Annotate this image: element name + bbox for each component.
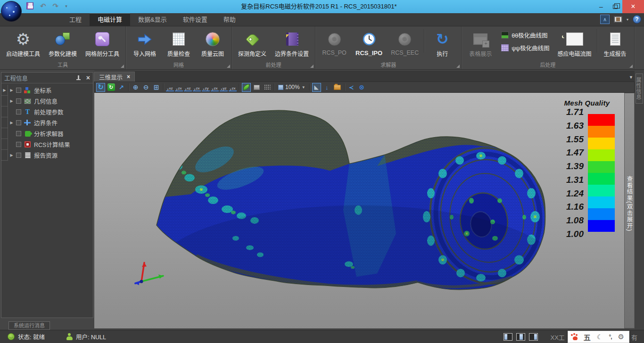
execute-button[interactable]: ↻ 执行 — [425, 27, 459, 62]
help-icon[interactable]: ? — [633, 15, 641, 24]
checkbox[interactable] — [16, 109, 21, 114]
group-expand-icon[interactable] — [456, 65, 460, 68]
expander-icon[interactable]: ▶ — [8, 153, 15, 157]
view-orientation-button[interactable]: yxz — [184, 83, 192, 91]
checkbox[interactable] — [16, 153, 21, 158]
wireframe-view-icon[interactable] — [252, 83, 261, 92]
menu-item-settings[interactable]: 软件设置 — [175, 13, 215, 26]
display-dropdown-icon[interactable]: ▾ — [627, 17, 628, 22]
view-results-strip[interactable]: 查看结果(双击展开) — [624, 93, 635, 328]
view-orientation-button[interactable]: yzx — [175, 83, 183, 91]
select-face-icon[interactable]: ◣ — [312, 83, 321, 92]
expander-icon[interactable]: ▶ — [8, 121, 15, 125]
boundary-condition-button[interactable]: 边界条件设置 — [271, 27, 313, 62]
ime-logo-paw-icon[interactable] — [573, 336, 578, 340]
quality-check-button[interactable]: 质量检查 — [162, 27, 196, 62]
property-info-tab[interactable]: 属性信息 — [636, 74, 643, 104]
view-orientation-button[interactable]: xzy — [202, 83, 210, 91]
close-button[interactable]: × — [622, 0, 644, 13]
psi-polarization-curve-button[interactable]: ψψ极化曲线图 — [501, 43, 549, 52]
checkbox[interactable] — [16, 98, 21, 104]
panel-close-icon[interactable]: × — [86, 74, 90, 81]
minimize-button[interactable]: – — [594, 0, 608, 13]
expander-icon[interactable]: ▶ — [8, 99, 15, 103]
tree-root-expander[interactable]: ▶ — [1, 85, 8, 96]
menu-item-em-compute[interactable]: 电磁计算 — [90, 13, 130, 26]
capture-folder-icon[interactable] — [333, 83, 342, 92]
pan-tool-icon[interactable]: ↗ — [117, 83, 126, 92]
view-orientation-button[interactable]: yzx — [211, 83, 219, 91]
expander-icon[interactable]: ▶ — [8, 88, 15, 92]
view-orientation-button[interactable]: yxz — [166, 83, 174, 91]
zoom-out-icon[interactable]: ⊖ — [141, 83, 150, 92]
share-icon[interactable]: ≺ — [347, 83, 356, 92]
3d-canvas[interactable]: Mesh Quality 1.711.631.551.471.391.311.2… — [94, 93, 624, 328]
status-text: 状态: 就绪 — [18, 332, 45, 341]
tree-item-report-resources[interactable]: ▶ 报告资源 — [1, 150, 93, 161]
view-orientation-button[interactable]: yzx — [229, 83, 237, 91]
menu-item-project[interactable]: 工程 — [61, 13, 90, 26]
checkbox[interactable] — [16, 120, 21, 125]
points-view-icon[interactable] — [263, 83, 272, 92]
rotate-tool-icon[interactable]: ↻ — [96, 83, 105, 92]
layout-left-panel-icon[interactable] — [504, 333, 512, 341]
ime-punctuation-icon[interactable]: °, — [609, 334, 611, 340]
tab-3d-display[interactable]: 三维显示 × — [94, 72, 135, 82]
launch-modeling-tool-button[interactable]: ⚙ 启动建模工具 — [2, 27, 44, 62]
tab-list-dropdown-icon[interactable]: ▼ — [629, 75, 633, 80]
tree-item-boundary-condition[interactable]: ▶ 边界条件 — [1, 117, 93, 128]
save-icon[interactable] — [26, 2, 33, 9]
group-expand-icon[interactable] — [629, 65, 633, 68]
tab-close-icon[interactable]: × — [127, 74, 130, 80]
ime-mode-label[interactable]: 五 — [584, 332, 591, 342]
tree-item-rcs-results[interactable]: RCS计算结果 — [1, 139, 93, 150]
shaded-view-icon[interactable] — [242, 83, 251, 92]
system-message-tab[interactable]: 系统运行消息 — [8, 321, 50, 330]
mesh-partition-tool-button[interactable]: 网格剖分工具 — [81, 27, 124, 62]
arrow-down-icon[interactable]: ↓ — [322, 83, 331, 92]
tree-label: 边界条件 — [34, 118, 58, 127]
app-logo[interactable] — [1, 1, 22, 22]
zoom-in-icon[interactable]: ⊕ — [131, 83, 140, 92]
quality-contour-button[interactable]: 质量云图 — [196, 27, 230, 62]
zoom-level-select[interactable]: 100% ▼ — [277, 84, 307, 90]
checkbox[interactable] — [16, 131, 21, 136]
induced-current-map-button[interactable]: 感应电磁流图 — [553, 27, 596, 62]
quick-access-dropdown-icon[interactable]: ▾ — [65, 4, 67, 8]
import-mesh-button[interactable]: 导入网格 — [128, 27, 162, 62]
solver-rcs-ipo-button[interactable]: RCS_IPO — [351, 27, 387, 62]
restore-button[interactable] — [608, 0, 622, 13]
zoom-fit-icon[interactable]: ⊞ — [152, 83, 161, 92]
theta-polarization-curve-button[interactable]: θθ极化曲线图 — [501, 31, 549, 40]
table-display-button[interactable]: 表格展示 — [463, 27, 497, 62]
refresh-view-icon[interactable]: ↻ — [107, 83, 116, 92]
tree-item-coordinate-system[interactable]: ▶ ▶ 坐标系 — [1, 85, 93, 96]
menu-item-help[interactable]: 帮助 — [215, 13, 244, 26]
pin-icon[interactable] — [76, 75, 81, 81]
view-orientation-button[interactable]: xyz — [220, 83, 228, 91]
undo-icon[interactable]: ↶ — [40, 2, 46, 9]
checkbox[interactable] — [16, 88, 21, 93]
ime-settings-gear-icon[interactable]: ⚙ — [618, 333, 624, 341]
layout-center-panel-icon[interactable] — [516, 333, 525, 341]
cancel-icon[interactable]: ⊗ — [357, 83, 366, 92]
tree-item-geometry-info[interactable]: ▶ 几何信息 — [1, 96, 93, 106]
ime-fullhalf-moon-icon[interactable]: ☾ — [597, 333, 603, 341]
tree-item-analysis-solver[interactable]: 分析求解器 — [1, 128, 93, 139]
redo-icon[interactable]: ↷ — [53, 2, 59, 9]
view-orientation-button[interactable]: yzx — [193, 83, 201, 91]
layout-right-panel-icon[interactable] — [529, 333, 538, 341]
group-expand-icon[interactable] — [310, 65, 314, 68]
parametric-modeling-button[interactable]: 参数化建模 — [44, 27, 81, 62]
menu-item-data-display[interactable]: 数据&显示 — [130, 13, 175, 26]
group-expand-icon[interactable] — [227, 65, 230, 68]
group-expand-icon[interactable] — [121, 65, 124, 68]
tree-item-preprocess-params[interactable]: T 前处理参数 — [1, 106, 93, 117]
solver-rcs-eec-button[interactable]: RCS_EEC — [387, 27, 423, 62]
checkbox[interactable] — [16, 142, 21, 147]
detect-angle-button[interactable]: 探测角定义 — [234, 27, 271, 62]
generate-report-button[interactable]: 生成报告 — [598, 27, 632, 62]
solver-rcs-po-button[interactable]: RCS_PO — [317, 27, 351, 62]
collapse-ribbon-icon[interactable]: ∧ — [600, 15, 610, 24]
display-style-icon[interactable] — [614, 16, 622, 23]
